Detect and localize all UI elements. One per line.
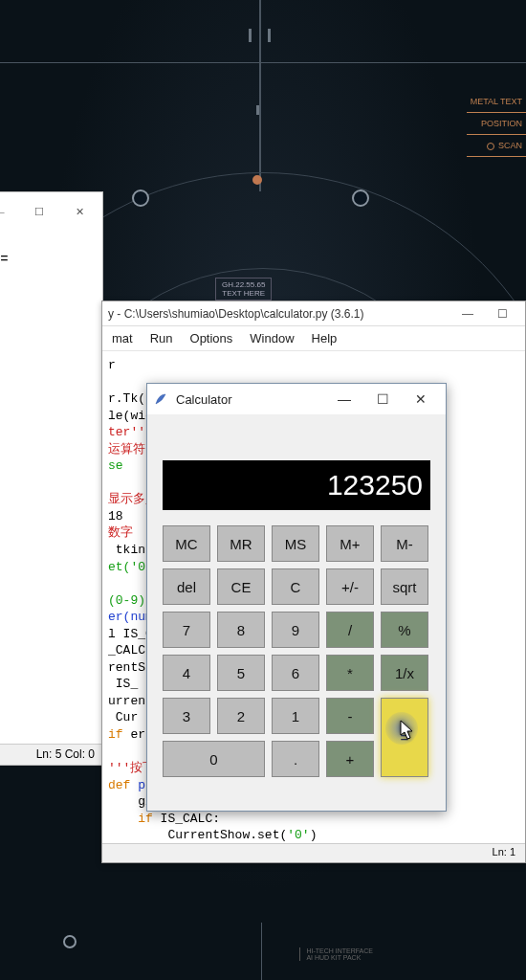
menu-options[interactable]: Options (190, 331, 233, 345)
shell-text: bit (AMD64)] (0, 236, 97, 252)
key-1[interactable]: 1 (272, 698, 319, 734)
shell-status-bar: Ln: 5 Col: 0 (0, 744, 102, 765)
key-divide[interactable]: / (326, 612, 374, 648)
hud-right-panel: METAL TEXT POSITION SCAN (467, 91, 526, 157)
key-7[interactable]: 7 (163, 612, 210, 648)
key-sqrt[interactable]: sqrt (381, 568, 428, 605)
menu-run[interactable]: Run (150, 331, 173, 345)
calc-keypad: MC MR MS M+ M- del CE C +/- sqrt 7 8 9 /… (147, 518, 446, 792)
key-4[interactable]: 4 (163, 655, 210, 691)
key-add[interactable]: + (326, 741, 374, 777)
key-9[interactable]: 9 (272, 612, 319, 648)
tk-feather-icon (153, 391, 168, 407)
key-inverse[interactable]: 1/x (381, 655, 428, 691)
key-percent[interactable]: % (381, 612, 428, 648)
calc-minimize-button[interactable]: — (325, 385, 363, 413)
calc-title: Calculator (176, 392, 325, 407)
idle-minimize-button[interactable]: — (450, 307, 485, 321)
menu-format[interactable]: mat (112, 331, 133, 345)
key-mr[interactable]: MR (217, 525, 265, 562)
idle-menubar: mat Run Options Window Help (102, 326, 525, 351)
idle-maximize-button[interactable]: ☐ (485, 307, 519, 321)
key-mminus[interactable]: M- (381, 525, 428, 562)
calculator-window: Calculator — ☐ ✕ 123250 MC MR MS M+ M- d… (146, 383, 447, 812)
key-mplus[interactable]: M+ (326, 525, 374, 562)
key-2[interactable]: 2 (217, 698, 265, 734)
key-0[interactable]: 0 (163, 741, 265, 777)
key-5[interactable]: 5 (217, 655, 265, 691)
key-del[interactable]: del (163, 568, 210, 605)
key-3[interactable]: 3 (163, 698, 210, 734)
idle-title: y - C:\Users\shumiao\Desktop\calculator.… (108, 307, 450, 321)
calc-titlebar[interactable]: Calculator — ☐ ✕ (147, 384, 446, 414)
menu-help[interactable]: Help (312, 331, 338, 345)
shell-close-button[interactable]: ✕ (60, 198, 99, 225)
hud-bottom-label: HI-TECH INTERFACE AI HUD KIT PACK (299, 947, 373, 961)
shell-maximize-button[interactable]: ☐ (20, 198, 58, 225)
calc-close-button[interactable]: ✕ (402, 385, 440, 413)
click-highlight (385, 712, 418, 745)
shell-minimize-button[interactable]: — (0, 198, 18, 225)
key-8[interactable]: 8 (217, 612, 265, 648)
shell-titlebar: — ☐ ✕ (0, 192, 102, 231)
key-multiply[interactable]: * (326, 655, 374, 691)
hud-center-label: GH.22.55.65 TEXT HERE (215, 278, 272, 301)
key-c[interactable]: C (272, 568, 319, 605)
key-decimal[interactable]: . (272, 741, 319, 777)
idle-status-bar: Ln: 1 (102, 843, 525, 862)
idle-titlebar[interactable]: y - C:\Users\shumiao\Desktop\calculator.… (102, 301, 525, 326)
key-mc[interactable]: MC (163, 525, 210, 562)
python-shell-window: — ☐ ✕ bit (AMD64)] =====================… (0, 191, 103, 766)
calc-maximize-button[interactable]: ☐ (363, 385, 402, 413)
key-6[interactable]: 6 (272, 655, 319, 691)
key-plusminus[interactable]: +/- (326, 568, 374, 605)
shell-divider: ======================== (0, 252, 97, 267)
key-ce[interactable]: CE (217, 568, 265, 605)
key-subtract[interactable]: - (326, 698, 374, 734)
key-ms[interactable]: MS (272, 525, 319, 562)
calc-display: 123250 (163, 460, 430, 510)
menu-window[interactable]: Window (250, 331, 294, 345)
